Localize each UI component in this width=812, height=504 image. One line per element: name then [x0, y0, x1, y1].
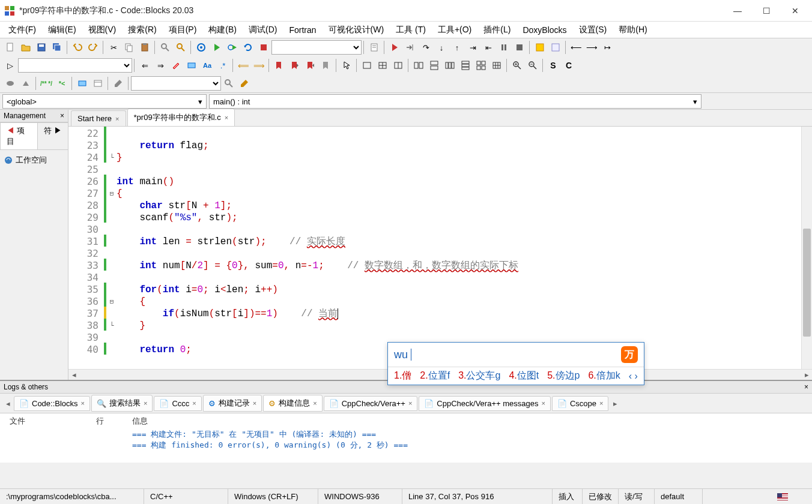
doxy-config-icon[interactable]	[111, 76, 126, 91]
tab-close-icon[interactable]: ×	[115, 115, 119, 122]
management-close-icon[interactable]: ×	[60, 112, 64, 120]
logs-close-icon[interactable]: ×	[804, 383, 808, 391]
minimize-button[interactable]: ―	[730, 4, 745, 18]
ime-candidate[interactable]: 2.位置f	[420, 370, 450, 382]
ime-candidates[interactable]: 1.僧2.位置f3.公交车g4.位图t5.傍边p6.倍加k‹ ›	[388, 367, 644, 385]
mgmt-tab-projects[interactable]: ◀ 项目	[0, 122, 38, 149]
menu-文件(F)[interactable]: 文件(F)	[2, 22, 42, 38]
copy-icon[interactable]	[122, 40, 136, 55]
lang-flag-icon[interactable]	[777, 493, 788, 500]
logs-tab[interactable]: ⚙构建信息×	[263, 395, 322, 412]
logs-tab-close-icon[interactable]: ×	[144, 400, 147, 407]
find-icon[interactable]	[158, 40, 172, 55]
replace-icon[interactable]	[174, 40, 188, 55]
build-run-icon[interactable]	[225, 40, 240, 55]
ime-nav-icon[interactable]: ‹ ›	[629, 371, 638, 382]
layout6-icon[interactable]	[489, 58, 504, 73]
menu-可视化设计(W)[interactable]: 可视化设计(W)	[323, 22, 390, 38]
menu-插件(L)[interactable]: 插件(L)	[477, 22, 517, 38]
editor-tab[interactable]: *pr09字符串中的数字和.c×	[127, 109, 235, 126]
new-file-icon[interactable]	[3, 40, 17, 55]
scope-combo[interactable]: <global>▾	[2, 94, 207, 109]
nav-back-icon[interactable]: ⟵	[569, 40, 583, 55]
logs-tab-close-icon[interactable]: ×	[599, 400, 603, 407]
source-icon[interactable]: S	[546, 58, 560, 73]
bookmark-toggle-icon[interactable]	[272, 58, 286, 73]
close-window-button[interactable]: ✕	[788, 4, 802, 18]
goto-icon[interactable]: ▷	[3, 58, 17, 73]
layout5-icon[interactable]	[474, 58, 488, 73]
next-icon[interactable]: ⇒	[153, 58, 168, 73]
zoom-in-icon[interactable]	[510, 58, 524, 73]
run-to-cursor-icon[interactable]	[403, 40, 417, 55]
build-icon[interactable]	[194, 40, 208, 55]
page-icon[interactable]	[367, 40, 381, 55]
info-icon[interactable]	[548, 40, 563, 55]
layout1-icon[interactable]	[411, 58, 426, 73]
debug-windows-icon[interactable]	[533, 40, 547, 55]
code-editor[interactable]: return flag; } int main() { char str[N +…	[117, 127, 801, 369]
logs-tab[interactable]: 📄Cscope×	[552, 396, 609, 411]
tab-close-icon[interactable]: ×	[225, 114, 228, 121]
last-jump-icon[interactable]: ↦	[600, 40, 614, 55]
nav-fwd-icon[interactable]: ⟶	[584, 40, 599, 55]
function-combo[interactable]: main() : int▾	[209, 94, 701, 109]
menu-Fortran[interactable]: Fortran	[283, 23, 322, 37]
regex-icon[interactable]: .*	[216, 58, 230, 73]
ime-candidate[interactable]: 4.位图t	[509, 370, 539, 382]
next-line-icon[interactable]: ↷	[419, 40, 433, 55]
layout2-icon[interactable]	[427, 58, 441, 73]
paste-icon[interactable]	[138, 40, 152, 55]
zoom-out-icon[interactable]	[526, 58, 540, 73]
doxy-search-icon[interactable]	[222, 76, 236, 91]
menu-构建(B)[interactable]: 构建(B)	[202, 22, 243, 38]
ime-candidate[interactable]: 1.僧	[394, 370, 411, 382]
doxy-run-icon[interactable]	[75, 76, 89, 91]
doxy-settings-icon[interactable]	[237, 76, 252, 91]
menu-工具 (T)[interactable]: 工具 (T)	[390, 22, 432, 38]
logs-tab[interactable]: 📄Code::Blocks×	[14, 396, 90, 411]
doxy-combo[interactable]	[131, 76, 221, 91]
redo-icon[interactable]	[86, 40, 100, 55]
win3-icon[interactable]	[391, 58, 405, 73]
step-into-icon[interactable]: ↓	[434, 40, 449, 55]
cursor-icon[interactable]	[339, 58, 354, 73]
line-comment-icon[interactable]: *<	[55, 76, 69, 91]
doxy2-icon[interactable]	[19, 76, 33, 91]
menu-编辑(E)[interactable]: 编辑(E)	[42, 22, 82, 38]
menu-工具+(O)[interactable]: 工具+(O)	[432, 22, 477, 38]
logs-tab[interactable]: 📄Cccc×	[154, 396, 201, 411]
logs-tab-close-icon[interactable]: ×	[81, 400, 85, 407]
win2-icon[interactable]	[375, 58, 390, 73]
maximize-button[interactable]: ☐	[759, 4, 774, 18]
logs-tab[interactable]: 📄CppCheck/Vera++ messages×	[419, 396, 551, 411]
build-target-combo[interactable]	[271, 40, 362, 55]
logs-tab-close-icon[interactable]: ×	[253, 400, 256, 407]
doxy1-icon[interactable]	[3, 76, 17, 91]
menu-帮助(H)[interactable]: 帮助(H)	[613, 22, 653, 38]
cut-icon[interactable]: ✂	[106, 40, 121, 55]
run-icon[interactable]	[210, 40, 224, 55]
menu-搜索(R)[interactable]: 搜索(R)	[122, 22, 162, 38]
logs-scroll-right-icon[interactable]: ▸	[610, 399, 621, 408]
menu-视图(V)[interactable]: 视图(V)	[82, 22, 123, 38]
select-icon[interactable]	[184, 58, 199, 73]
editor-tab[interactable]: Start here×	[71, 110, 126, 126]
bookmark-clear-icon[interactable]	[319, 58, 333, 73]
highlight-icon[interactable]	[169, 58, 183, 73]
jump-fwd-icon[interactable]: ⟹	[252, 58, 266, 73]
layout3-icon[interactable]	[443, 58, 457, 73]
menu-DoxyBlocks[interactable]: DoxyBlocks	[517, 23, 572, 37]
menu-设置(S)[interactable]: 设置(S)	[573, 22, 613, 38]
next-instr-icon[interactable]: ⇥	[465, 40, 480, 55]
logs-tab[interactable]: ⚙构建记录×	[203, 395, 262, 412]
open-file-icon[interactable]	[19, 40, 33, 55]
undo-icon[interactable]	[70, 40, 85, 55]
rebuild-icon[interactable]	[241, 40, 255, 55]
mgmt-tab-symbols[interactable]: 符 ▶	[37, 122, 68, 149]
search-combo[interactable]	[18, 58, 132, 73]
header-icon[interactable]: C	[562, 58, 576, 73]
workspace-item[interactable]: 工作空间	[4, 154, 64, 167]
jump-back-icon[interactable]: ⟸	[236, 58, 250, 73]
logs-tab-close-icon[interactable]: ×	[192, 400, 196, 407]
